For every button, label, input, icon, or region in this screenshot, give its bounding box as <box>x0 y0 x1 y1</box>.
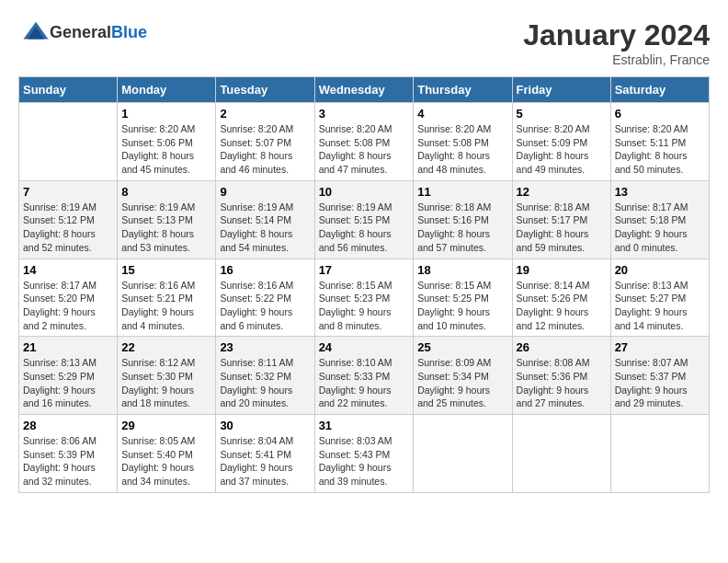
col-tuesday: Tuesday <box>216 77 314 103</box>
day-number: 31 <box>319 419 410 432</box>
logo-text: GeneralBlue <box>50 23 147 42</box>
logo: GeneralBlue <box>18 18 147 46</box>
day-info: Sunrise: 8:10 AMSunset: 5:33 PMDaylight:… <box>319 356 410 410</box>
calendar-table: Sunday Monday Tuesday Wednesday Thursday… <box>18 76 710 493</box>
day-info: Sunrise: 8:19 AMSunset: 5:12 PMDaylight:… <box>23 201 113 255</box>
calendar-body: 1Sunrise: 8:20 AMSunset: 5:06 PMDaylight… <box>19 103 710 493</box>
day-info: Sunrise: 8:14 AMSunset: 5:26 PMDaylight:… <box>517 279 607 333</box>
calendar-cell: 13Sunrise: 8:17 AMSunset: 5:18 PMDayligh… <box>610 180 709 259</box>
day-info: Sunrise: 8:11 AMSunset: 5:32 PMDaylight:… <box>220 356 310 410</box>
day-number: 5 <box>517 107 607 121</box>
calendar-cell: 15Sunrise: 8:16 AMSunset: 5:21 PMDayligh… <box>118 259 216 337</box>
calendar-week-row: 7Sunrise: 8:19 AMSunset: 5:12 PMDaylight… <box>19 180 710 259</box>
day-number: 29 <box>121 419 211 432</box>
calendar-cell <box>414 415 512 493</box>
location-title: Estrablin, France <box>523 52 710 67</box>
day-info: Sunrise: 8:15 AMSunset: 5:25 PMDaylight:… <box>417 279 507 333</box>
day-info: Sunrise: 8:13 AMSunset: 5:27 PMDaylight:… <box>615 279 705 333</box>
calendar-week-row: 1Sunrise: 8:20 AMSunset: 5:06 PMDaylight… <box>19 103 710 181</box>
calendar-cell: 14Sunrise: 8:17 AMSunset: 5:20 PMDayligh… <box>19 259 118 337</box>
day-number: 25 <box>417 340 507 354</box>
col-monday: Monday <box>118 77 216 103</box>
day-info: Sunrise: 8:15 AMSunset: 5:23 PMDaylight:… <box>319 279 410 333</box>
day-number: 16 <box>220 263 310 277</box>
calendar-cell: 5Sunrise: 8:20 AMSunset: 5:09 PMDaylight… <box>512 103 610 181</box>
day-number: 15 <box>121 263 211 277</box>
calendar-cell <box>610 415 709 493</box>
day-number: 26 <box>517 340 607 354</box>
day-number: 14 <box>23 263 113 277</box>
day-number: 28 <box>23 419 113 432</box>
calendar-cell: 11Sunrise: 8:18 AMSunset: 5:16 PMDayligh… <box>414 180 512 259</box>
day-number: 10 <box>319 185 410 199</box>
day-number: 20 <box>615 263 705 277</box>
day-number: 4 <box>417 107 507 121</box>
calendar-cell: 21Sunrise: 8:13 AMSunset: 5:29 PMDayligh… <box>19 337 118 415</box>
day-info: Sunrise: 8:04 AMSunset: 5:41 PMDaylight:… <box>220 434 310 488</box>
calendar-cell: 17Sunrise: 8:15 AMSunset: 5:23 PMDayligh… <box>314 259 414 337</box>
day-info: Sunrise: 8:20 AMSunset: 5:08 PMDaylight:… <box>319 122 410 177</box>
calendar-week-row: 28Sunrise: 8:06 AMSunset: 5:39 PMDayligh… <box>19 415 710 493</box>
day-info: Sunrise: 8:08 AMSunset: 5:36 PMDaylight:… <box>517 356 607 410</box>
calendar-week-row: 21Sunrise: 8:13 AMSunset: 5:29 PMDayligh… <box>19 337 710 415</box>
calendar-cell: 30Sunrise: 8:04 AMSunset: 5:41 PMDayligh… <box>216 415 314 493</box>
title-area: January 2024 Estrablin, France <box>523 18 710 67</box>
day-number: 7 <box>23 185 113 199</box>
day-info: Sunrise: 8:17 AMSunset: 5:20 PMDaylight:… <box>23 279 113 333</box>
calendar-cell: 10Sunrise: 8:19 AMSunset: 5:15 PMDayligh… <box>314 180 414 259</box>
day-info: Sunrise: 8:07 AMSunset: 5:37 PMDaylight:… <box>615 356 705 410</box>
calendar-cell: 9Sunrise: 8:19 AMSunset: 5:14 PMDaylight… <box>216 180 314 259</box>
calendar-header-row: Sunday Monday Tuesday Wednesday Thursday… <box>19 77 710 103</box>
day-number: 9 <box>220 185 310 199</box>
calendar-cell: 1Sunrise: 8:20 AMSunset: 5:06 PMDaylight… <box>118 103 216 181</box>
day-number: 12 <box>517 185 607 199</box>
logo-general: General <box>50 23 111 41</box>
calendar-cell: 28Sunrise: 8:06 AMSunset: 5:39 PMDayligh… <box>19 415 118 493</box>
day-info: Sunrise: 8:19 AMSunset: 5:13 PMDaylight:… <box>121 201 211 255</box>
day-info: Sunrise: 8:16 AMSunset: 5:22 PMDaylight:… <box>220 279 310 333</box>
day-number: 18 <box>417 263 507 277</box>
calendar-cell: 8Sunrise: 8:19 AMSunset: 5:13 PMDaylight… <box>118 180 216 259</box>
calendar-cell: 22Sunrise: 8:12 AMSunset: 5:30 PMDayligh… <box>118 337 216 415</box>
day-number: 27 <box>615 340 705 354</box>
day-number: 2 <box>220 107 310 121</box>
day-number: 3 <box>319 107 410 121</box>
col-wednesday: Wednesday <box>314 77 414 103</box>
day-info: Sunrise: 8:20 AMSunset: 5:06 PMDaylight:… <box>121 122 211 177</box>
day-info: Sunrise: 8:20 AMSunset: 5:08 PMDaylight:… <box>417 122 507 177</box>
calendar-cell: 23Sunrise: 8:11 AMSunset: 5:32 PMDayligh… <box>216 337 314 415</box>
day-number: 24 <box>319 340 410 354</box>
calendar-cell: 3Sunrise: 8:20 AMSunset: 5:08 PMDaylight… <box>314 103 414 181</box>
day-info: Sunrise: 8:03 AMSunset: 5:43 PMDaylight:… <box>319 434 410 488</box>
day-number: 19 <box>517 263 607 277</box>
col-friday: Friday <box>512 77 610 103</box>
calendar-cell: 25Sunrise: 8:09 AMSunset: 5:34 PMDayligh… <box>414 337 512 415</box>
calendar-cell: 4Sunrise: 8:20 AMSunset: 5:08 PMDaylight… <box>414 103 512 181</box>
calendar-cell: 7Sunrise: 8:19 AMSunset: 5:12 PMDaylight… <box>19 180 118 259</box>
day-info: Sunrise: 8:18 AMSunset: 5:16 PMDaylight:… <box>417 201 507 255</box>
logo-blue: Blue <box>111 23 147 41</box>
calendar-cell: 12Sunrise: 8:18 AMSunset: 5:17 PMDayligh… <box>512 180 610 259</box>
page-header: GeneralBlue January 2024 Estrablin, Fran… <box>18 18 710 67</box>
day-number: 30 <box>220 419 310 432</box>
col-thursday: Thursday <box>414 77 512 103</box>
day-info: Sunrise: 8:12 AMSunset: 5:30 PMDaylight:… <box>121 356 211 410</box>
col-sunday: Sunday <box>19 77 118 103</box>
day-info: Sunrise: 8:19 AMSunset: 5:14 PMDaylight:… <box>220 201 310 255</box>
calendar-cell: 31Sunrise: 8:03 AMSunset: 5:43 PMDayligh… <box>314 415 414 493</box>
day-number: 6 <box>615 107 705 121</box>
day-number: 13 <box>615 185 705 199</box>
day-number: 22 <box>121 340 211 354</box>
calendar-cell: 16Sunrise: 8:16 AMSunset: 5:22 PMDayligh… <box>216 259 314 337</box>
calendar-cell: 29Sunrise: 8:05 AMSunset: 5:40 PMDayligh… <box>118 415 216 493</box>
calendar-cell: 18Sunrise: 8:15 AMSunset: 5:25 PMDayligh… <box>414 259 512 337</box>
day-info: Sunrise: 8:18 AMSunset: 5:17 PMDaylight:… <box>517 201 607 255</box>
day-number: 1 <box>121 107 211 121</box>
calendar-cell: 2Sunrise: 8:20 AMSunset: 5:07 PMDaylight… <box>216 103 314 181</box>
calendar-cell: 27Sunrise: 8:07 AMSunset: 5:37 PMDayligh… <box>610 337 709 415</box>
day-info: Sunrise: 8:20 AMSunset: 5:07 PMDaylight:… <box>220 122 310 177</box>
calendar-cell: 20Sunrise: 8:13 AMSunset: 5:27 PMDayligh… <box>610 259 709 337</box>
day-number: 23 <box>220 340 310 354</box>
day-info: Sunrise: 8:17 AMSunset: 5:18 PMDaylight:… <box>615 201 705 255</box>
day-number: 8 <box>121 185 211 199</box>
